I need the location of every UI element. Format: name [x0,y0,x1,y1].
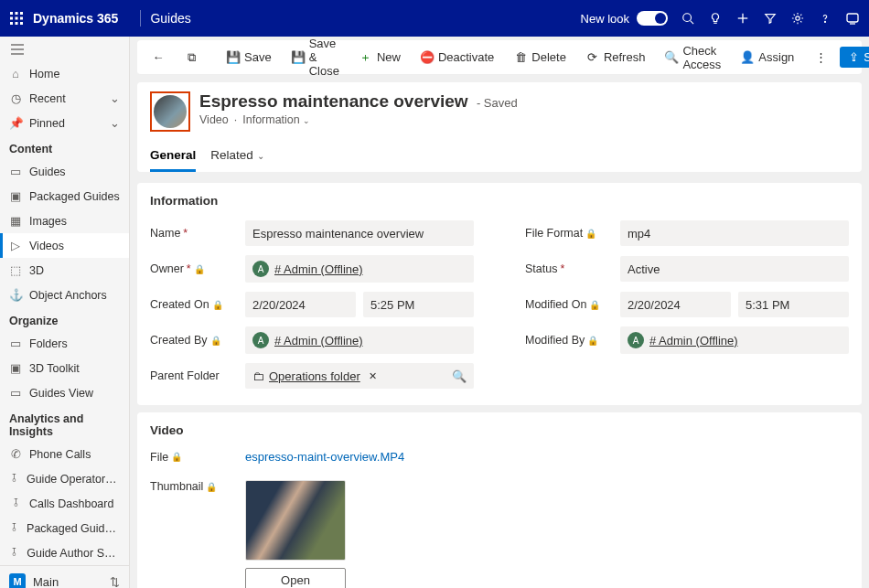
collapse-nav-button[interactable] [0,37,129,62]
refresh-button[interactable]: ⟳Refresh [579,47,653,68]
record-header: Espresso maintenance overview - Saved Vi… [137,82,862,172]
gear-icon[interactable] [790,11,805,26]
nav-recent[interactable]: ◷Recent⌄ [0,86,129,111]
nav-packaged-guides-op[interactable]: ⫱Packaged Guides Op... [0,516,129,540]
anchor-icon: ⚓ [9,288,22,302]
chevron-down-icon: ⌄ [110,91,120,105]
home-icon: ⌂ [9,68,22,80]
record-image-highlight[interactable] [150,91,190,132]
save-close-button[interactable]: 💾Save & Close [284,37,347,81]
required-icon: * [183,227,188,240]
nav-section-organize: Organize [0,307,129,331]
nav-guides-view[interactable]: ▭Guides View [0,380,129,405]
search-icon[interactable] [681,11,695,26]
field-modified-by: Modified By 🔒 A# Admin (Offline) [525,326,849,354]
refresh-icon: ⟳ [586,51,599,64]
user-avatar-icon: A [252,261,269,277]
search-icon[interactable]: 🔍 [452,369,467,383]
open-new-window-button[interactable]: ⧉ [177,48,205,68]
clock-icon: ◷ [9,91,22,105]
field-name: Name * Espresso maintenance overview [150,220,474,246]
nav-section-analytics: Analytics and Insights [0,405,129,442]
app-launcher-icon[interactable] [9,11,24,26]
form-tabs: General Related⌄ [150,141,849,172]
form-selector[interactable]: Information ⌄ [242,113,310,126]
back-button[interactable]: ← [145,48,172,68]
nav-3d[interactable]: ⬚3D [0,258,129,283]
assign-button[interactable]: 👤Assign [734,47,801,68]
app-topbar: Dynamics 365 Guides New look [0,0,869,37]
phone-icon: ✆ [9,447,22,461]
deactivate-button[interactable]: ⛔Deactivate [413,47,501,68]
dashboard-icon: ⫱ [9,497,22,510]
env-name: Main [33,575,59,589]
modified-by-value[interactable]: A# Admin (Offline) [620,326,849,354]
check-access-button[interactable]: 🔍Check Access [658,40,728,75]
svg-rect-4 [16,17,18,20]
section-header: Video [150,423,849,437]
tab-related[interactable]: Related⌄ [210,141,264,172]
image-icon: ▦ [9,214,22,228]
package-icon: ▣ [9,189,22,203]
arrow-left-icon: ← [152,51,165,64]
thumbnail-image [245,480,346,561]
svg-rect-5 [20,17,23,20]
svg-rect-16 [847,14,858,22]
parent-folder-lookup[interactable]: 🗀Operations folder✕ 🔍 [245,363,474,389]
file-format-value: mp4 [620,220,849,246]
guides-icon: ▭ [9,165,22,178]
nav-object-anchors[interactable]: ⚓Object Anchors [0,283,129,307]
lock-icon: 🔒 [206,482,217,492]
environment-switcher[interactable]: M Main ⇅ [0,565,129,588]
nav-guide-author-sessions[interactable]: ⫱Guide Author Sessions [0,540,129,565]
check-access-icon: 🔍 [665,51,678,64]
field-owner: Owner * 🔒 A# Admin (Offline) [150,255,474,283]
filter-icon[interactable] [763,11,778,26]
app-name: Guides [150,11,190,26]
nav-phone-calls[interactable]: ✆Phone Calls [0,442,129,466]
tab-general[interactable]: General [150,141,196,172]
brand-label: Dynamics 365 [33,11,118,26]
delete-button[interactable]: 🗑Delete [507,47,574,68]
help-icon[interactable] [818,11,832,26]
svg-point-9 [683,14,692,22]
popout-icon: ⧉ [185,51,198,64]
nav-guides[interactable]: ▭Guides [0,159,129,184]
lock-icon: 🔒 [589,300,600,310]
file-link[interactable]: espresso-maint-overview.MP4 [245,450,404,464]
share-button[interactable]: ⇪Share▾ [840,47,869,68]
save-icon: 💾 [227,51,240,64]
lock-icon: 🔒 [210,336,221,346]
nav-calls-dashboard[interactable]: ⫱Calls Dashboard [0,491,129,516]
owner-lookup[interactable]: A# Admin (Offline) [245,255,474,283]
updown-icon: ⇅ [110,575,120,589]
name-input[interactable]: Espresso maintenance overview [245,220,474,246]
lock-icon: 🔒 [585,229,596,239]
nav-packaged-guides[interactable]: ▣Packaged Guides [0,184,129,208]
new-button[interactable]: ＋New [352,47,408,68]
nav-videos[interactable]: ▷Videos [0,233,129,258]
nav-folders[interactable]: ▭Folders [0,331,129,356]
record-subtitle: Video · Information ⌄ [199,113,518,126]
nav-home[interactable]: ⌂Home [0,62,129,86]
assistant-icon[interactable] [845,11,860,26]
plus-icon[interactable] [735,11,750,26]
new-look-toggle[interactable]: New look [581,11,668,26]
lightbulb-icon[interactable] [708,11,723,26]
section-information: Information Name * Espresso maintenance … [137,183,862,405]
remove-icon[interactable]: ✕ [369,370,377,382]
chevron-down-icon: ⌄ [110,116,120,130]
field-modified-on: Modified On 🔒 2/20/2024 5:31 PM [525,292,849,317]
field-file: File 🔒 espresso-maint-overview.MP4 [150,450,849,464]
nav-pinned[interactable]: 📌Pinned⌄ [0,111,129,135]
nav-guide-operator-sessions[interactable]: ⫱Guide Operator Sessi... [0,466,129,491]
created-by-value[interactable]: A# Admin (Offline) [245,326,474,354]
nav-images[interactable]: ▦Images [0,208,129,233]
chart-icon: ⫱ [9,472,19,486]
svg-line-10 [691,21,694,25]
save-button[interactable]: 💾Save [220,47,279,68]
open-button[interactable]: Open [245,568,346,588]
nav-3d-toolkit[interactable]: ▣3D Toolkit [0,356,129,380]
overflow-button[interactable]: ⋮ [807,48,834,68]
status-value[interactable]: Active [620,256,849,282]
